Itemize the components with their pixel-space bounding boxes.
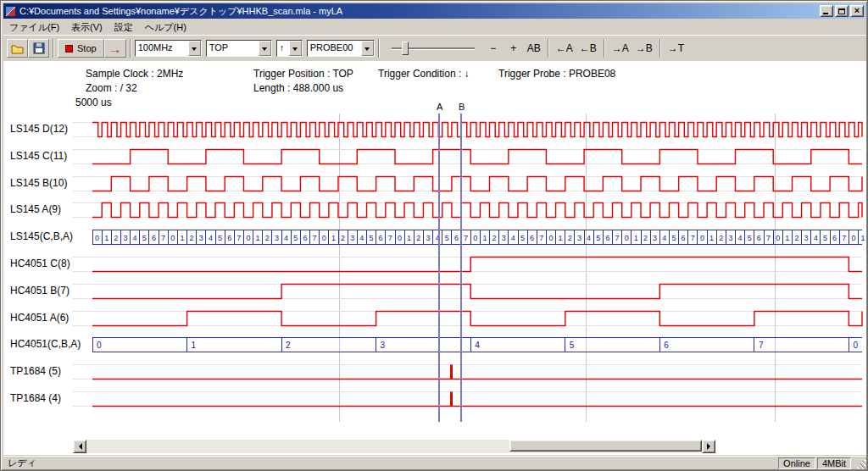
- svg-text:0: 0: [95, 234, 99, 242]
- svg-text:B: B: [459, 102, 465, 112]
- svg-text:7: 7: [388, 234, 392, 242]
- open-folder-icon: [11, 43, 25, 54]
- horizontal-scrollbar[interactable]: [73, 440, 715, 453]
- run-arrow-icon: →: [108, 42, 121, 55]
- svg-text:1: 1: [785, 234, 789, 242]
- tool-button-x[interactable]: +: [504, 39, 524, 58]
- waveform-area[interactable]: 0123456701234567012345670123456701234567…: [3, 61, 866, 434]
- svg-text:6: 6: [303, 234, 307, 242]
- scrollbar-track[interactable]: [86, 440, 702, 453]
- svg-text:4: 4: [359, 234, 364, 242]
- svg-text:6: 6: [379, 234, 383, 242]
- svg-text:3: 3: [426, 234, 430, 242]
- svg-text:1: 1: [861, 234, 865, 242]
- svg-text:2: 2: [568, 234, 572, 242]
- svg-text:7: 7: [539, 234, 543, 242]
- svg-text:6: 6: [605, 234, 609, 242]
- scroll-right-icon: [707, 443, 714, 450]
- svg-text:7: 7: [766, 234, 771, 242]
- svg-text:1: 1: [256, 234, 260, 242]
- svg-text:7: 7: [464, 234, 468, 242]
- tool-button-xb[interactable]: ←B: [576, 39, 600, 58]
- svg-text:1: 1: [104, 234, 108, 242]
- svg-text:1: 1: [634, 234, 638, 242]
- scrollbar-thumb[interactable]: [509, 440, 702, 452]
- svg-text:0: 0: [700, 234, 704, 242]
- svg-text:2: 2: [795, 234, 799, 242]
- tool-button-ab[interactable]: AB: [524, 39, 544, 58]
- svg-text:3: 3: [275, 234, 279, 242]
- run-button[interactable]: →: [104, 39, 126, 58]
- svg-text:0: 0: [247, 234, 251, 242]
- status-bar: レディ Online 4MBit: [3, 456, 866, 469]
- svg-text:2: 2: [719, 234, 723, 242]
- svg-text:0: 0: [170, 234, 175, 242]
- menu-view[interactable]: 表示(V): [65, 19, 108, 36]
- svg-text:3: 3: [124, 234, 128, 242]
- menu-file[interactable]: ファイル(F): [3, 19, 65, 36]
- tool-button-xt[interactable]: →T: [665, 39, 687, 58]
- svg-text:7: 7: [759, 341, 764, 350]
- svg-text:6: 6: [454, 234, 459, 242]
- svg-text:6: 6: [682, 234, 686, 242]
- toolbar-separator: [378, 39, 380, 58]
- svg-text:1: 1: [192, 341, 197, 350]
- status-ready-text: レディ: [3, 456, 776, 470]
- status-online: Online: [778, 457, 815, 469]
- svg-text:5: 5: [672, 234, 676, 242]
- svg-text:7: 7: [313, 234, 317, 242]
- combo-trigger-position[interactable]: TOP: [206, 40, 272, 57]
- tool-button-xb[interactable]: →B: [632, 39, 656, 58]
- maximize-icon: [838, 8, 845, 14]
- svg-text:3: 3: [804, 234, 809, 242]
- combo-sample-clock[interactable]: 100MHz: [135, 40, 202, 57]
- svg-text:5: 5: [293, 234, 298, 242]
- svg-text:0: 0: [853, 341, 858, 350]
- svg-text:2: 2: [190, 234, 194, 242]
- chevron-down-icon[interactable]: [188, 41, 201, 56]
- svg-text:0: 0: [625, 234, 629, 242]
- open-button[interactable]: [7, 39, 28, 58]
- menu-settings[interactable]: 設定: [108, 19, 139, 36]
- title-bar[interactable]: C:¥Documents and Settings¥noname¥デスクトップ¥…: [3, 3, 866, 19]
- combo-trigger-probe[interactable]: PROBE00: [307, 40, 375, 57]
- svg-text:3: 3: [653, 234, 657, 242]
- chevron-down-icon[interactable]: [259, 41, 271, 56]
- tool-button-xa[interactable]: ←A: [553, 39, 576, 58]
- minimize-button[interactable]: [820, 5, 833, 17]
- toolbar-selects: 100MHzTOP↑PROBE00: [135, 40, 375, 57]
- zoom-slider[interactable]: [390, 39, 476, 58]
- toolbar-separator: [548, 39, 549, 58]
- svg-text:7: 7: [236, 234, 241, 242]
- window-title: C:¥Documents and Settings¥noname¥デスクトップ¥…: [19, 5, 816, 18]
- svg-text:2: 2: [286, 341, 291, 350]
- floppy-disk-icon: [33, 42, 45, 54]
- svg-text:6: 6: [152, 234, 156, 242]
- svg-text:5: 5: [748, 234, 752, 242]
- svg-text:1: 1: [180, 234, 184, 242]
- svg-text:3: 3: [350, 234, 354, 242]
- combo-trigger-edge[interactable]: ↑: [276, 40, 303, 57]
- toolbar-flat-buttons: −+AB←A←B→A→B→T: [483, 39, 687, 58]
- svg-text:0: 0: [398, 234, 402, 242]
- slider-thumb[interactable]: [402, 42, 409, 55]
- svg-text:2: 2: [492, 234, 497, 242]
- svg-text:2: 2: [114, 234, 118, 242]
- maximize-button[interactable]: [835, 5, 849, 17]
- chevron-down-icon[interactable]: [361, 41, 374, 56]
- close-button[interactable]: ×: [850, 5, 864, 17]
- scroll-left-button[interactable]: [73, 440, 86, 453]
- svg-text:7: 7: [161, 234, 165, 242]
- save-button[interactable]: [28, 39, 49, 58]
- tool-button-xa[interactable]: →A: [609, 39, 632, 58]
- menu-help[interactable]: ヘルプ(H): [139, 19, 192, 36]
- svg-text:4: 4: [284, 234, 288, 242]
- scroll-right-button[interactable]: [702, 440, 715, 453]
- chevron-down-icon[interactable]: [289, 41, 302, 56]
- combo-trigger-probe-value: PROBE00: [308, 41, 361, 56]
- resize-grip[interactable]: [854, 457, 866, 469]
- tool-button-x[interactable]: −: [483, 39, 504, 58]
- svg-text:3: 3: [199, 234, 203, 242]
- svg-text:3: 3: [502, 234, 506, 242]
- stop-button[interactable]: Stop: [58, 39, 104, 58]
